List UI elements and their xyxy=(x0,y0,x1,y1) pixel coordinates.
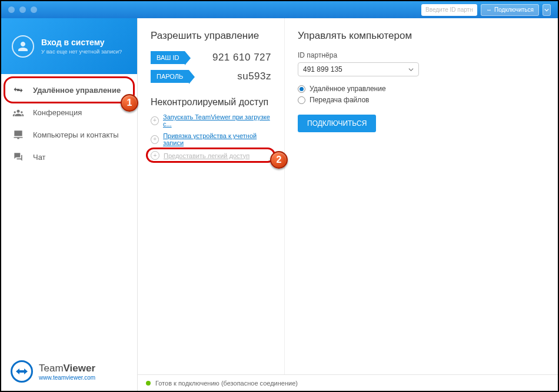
plus-circle-icon: + xyxy=(151,151,159,160)
connect-dropdown-button[interactable] xyxy=(543,4,551,16)
radio-icon xyxy=(298,85,305,93)
your-id-tag: ВАШ ID xyxy=(151,51,185,64)
partner-id-value: 491 899 135 xyxy=(303,65,342,73)
allow-title: Разрешить управление xyxy=(151,30,271,42)
connect-top-label: Подключиться xyxy=(494,6,534,13)
nav-chat[interactable]: Чат xyxy=(1,146,137,168)
plus-circle-icon: + xyxy=(151,116,159,125)
minimize-window-icon[interactable] xyxy=(19,6,26,13)
partner-id-quick-input[interactable]: Введите ID партн xyxy=(421,4,477,16)
nav-computers-contacts[interactable]: Компьютеры и контакты xyxy=(1,123,137,146)
brand-name: TeamViewer xyxy=(39,363,95,374)
nav-remote-control[interactable]: Удалённое управление 1 xyxy=(1,79,137,101)
nav-label: Конференция xyxy=(33,108,82,117)
status-indicator-icon xyxy=(146,381,151,386)
radio-icon xyxy=(298,96,305,104)
your-id-value[interactable]: 921 610 727 xyxy=(212,52,271,63)
sidebar-footer: TeamViewer www.teamviewer.com xyxy=(1,352,137,391)
titlebar: Введите ID партн ↔ Подключиться xyxy=(1,1,558,18)
connection-mode-group: Удалённое управление Передача файлов xyxy=(298,85,545,104)
login-subtitle: У вас еще нет учетной записи? xyxy=(41,48,122,55)
status-text: Готов к подключению (безопасное соединен… xyxy=(155,380,298,387)
unattended-link-easy-access[interactable]: + Предоставить легкий доступ 2 xyxy=(151,151,271,160)
unattended-link-startup[interactable]: + Запускать TeamViewer при загрузке с... xyxy=(151,113,271,128)
unattended-link-assign[interactable]: + Привязка устройства к учетной записи xyxy=(151,132,271,146)
annotation-badge-2: 2 xyxy=(270,151,288,169)
titlebar-actions: Введите ID партн ↔ Подключиться xyxy=(421,4,551,16)
login-title: Вход в систему xyxy=(41,38,122,47)
nav-meeting[interactable]: Конференция xyxy=(1,101,137,123)
monitor-icon xyxy=(12,128,25,141)
unattended-link-label: Предоставить легкий доступ xyxy=(164,152,249,159)
chat-icon xyxy=(12,150,25,163)
password-tag: ПАРОЛЬ xyxy=(151,70,189,83)
login-text-block: Вход в систему У вас еще нет учетной зап… xyxy=(41,38,122,55)
radio-file-transfer[interactable]: Передача файлов xyxy=(298,96,545,104)
control-computer-panel: Управлять компьютером ID партнёра 491 89… xyxy=(285,18,558,391)
chevron-down-icon xyxy=(408,67,414,72)
allow-control-panel: Разрешить управление ВАШ ID 921 610 727 … xyxy=(138,18,285,391)
radio-label: Удалённое управление xyxy=(310,85,386,93)
sidebar: Вход в систему У вас еще нет учетной зап… xyxy=(1,18,138,391)
unattended-link-label: Привязка устройства к учетной записи xyxy=(163,132,271,146)
nav-label: Компьютеры и контакты xyxy=(33,130,119,139)
status-bar: Готов к подключению (безопасное соединен… xyxy=(138,374,558,391)
plus-circle-icon: + xyxy=(151,135,159,144)
teamviewer-logo-icon xyxy=(11,360,33,383)
radio-remote-control[interactable]: Удалённое управление xyxy=(298,85,545,93)
sidebar-login-header[interactable]: Вход в систему У вас еще нет учетной зап… xyxy=(1,18,137,74)
password-value[interactable]: su593z xyxy=(237,71,271,82)
your-id-row: ВАШ ID 921 610 727 xyxy=(151,51,271,64)
control-title: Управлять компьютером xyxy=(298,30,545,42)
window-controls xyxy=(8,6,37,13)
annotation-highlight-1 xyxy=(4,76,135,103)
chevron-down-icon xyxy=(544,8,549,12)
people-icon xyxy=(12,106,25,119)
close-window-icon[interactable] xyxy=(8,6,15,13)
sidebar-nav: Удалённое управление 1 Конференция Компь… xyxy=(1,74,137,168)
swap-arrows-icon: ↔ xyxy=(486,6,492,13)
partner-id-label: ID партнёра xyxy=(298,51,545,59)
main-content: Разрешить управление ВАШ ID 921 610 727 … xyxy=(138,18,558,391)
avatar-icon xyxy=(12,35,34,58)
brand-text: TeamViewer www.teamviewer.com xyxy=(39,363,95,381)
connect-top-button[interactable]: ↔ Подключиться xyxy=(481,4,539,16)
radio-label: Передача файлов xyxy=(310,96,370,104)
connect-button[interactable]: ПОДКЛЮЧИТЬСЯ xyxy=(298,115,376,132)
partner-id-select[interactable]: 491 899 135 xyxy=(298,62,419,76)
brand-url[interactable]: www.teamviewer.com xyxy=(39,374,95,381)
nav-label: Чат xyxy=(33,153,46,162)
unattended-title: Неконтролируемый доступ xyxy=(151,97,271,108)
maximize-window-icon[interactable] xyxy=(31,6,37,13)
unattended-link-label: Запускать TeamViewer при загрузке с... xyxy=(163,113,271,128)
password-row: ПАРОЛЬ su593z xyxy=(151,70,271,83)
